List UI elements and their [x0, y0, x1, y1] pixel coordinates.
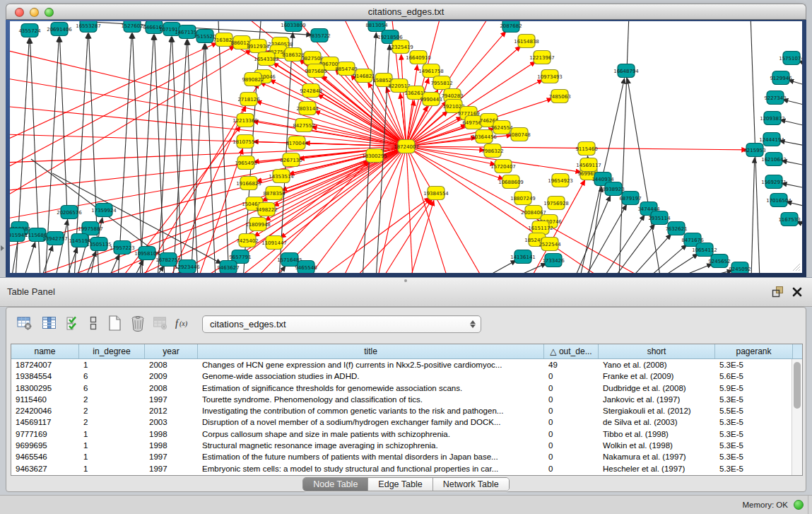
- cell-in_degree[interactable]: 1: [79, 451, 145, 462]
- graph-node[interactable]: 1167533: [778, 213, 800, 226]
- graph-node[interactable]: 8938923: [602, 182, 624, 196]
- graph-node[interactable]: 19384554: [423, 187, 449, 200]
- column-header-year[interactable]: year: [145, 344, 198, 358]
- resize-grip-icon[interactable]: [791, 262, 801, 271]
- table-row[interactable]: 1830029562008Estimation of significance …: [11, 382, 802, 394]
- graph-node[interactable]: 16648794: [613, 64, 639, 78]
- cell-year[interactable]: 2008: [145, 359, 198, 370]
- cell-name[interactable]: 9465546: [11, 451, 79, 462]
- cell-short[interactable]: Dudbridge et al. (2008): [599, 382, 715, 394]
- graph-node[interactable]: 6879197: [619, 192, 641, 205]
- graph-node[interactable]: 1733426: [542, 254, 565, 267]
- graph-node[interactable]: 9242848: [300, 84, 322, 98]
- graph-node[interactable]: 15720407: [490, 160, 516, 173]
- graph-node[interactable]: 12444194: [759, 133, 784, 146]
- graph-node[interactable]: 2935114: [648, 211, 671, 225]
- graph-node[interactable]: 12213967: [529, 51, 555, 64]
- tab-network-table[interactable]: Network Table: [433, 478, 509, 491]
- graph-node[interactable]: 2087682: [500, 21, 522, 33]
- graph-node[interactable]: 1527602: [121, 21, 143, 33]
- graph-node[interactable]: 3498222: [255, 203, 277, 216]
- column-header-out_de[interactable]: △ out_de...: [544, 344, 599, 358]
- cell-pagerank[interactable]: 5.3E-5: [715, 416, 793, 428]
- table-settings-icon[interactable]: [15, 313, 35, 333]
- graph-node[interactable]: 8170044: [286, 136, 308, 150]
- cell-in_degree[interactable]: 1: [79, 440, 145, 451]
- column-header-in_degree[interactable]: in_degree: [79, 344, 145, 358]
- table-selector-dropdown[interactable]: citations_edges.txt: [202, 315, 481, 333]
- cell-in_degree[interactable]: 2: [79, 394, 145, 405]
- graph-node[interactable]: 9990443: [420, 93, 442, 106]
- graph-node[interactable]: 2718126: [237, 93, 260, 106]
- graph-node[interactable]: 8267130: [280, 153, 302, 167]
- table-row[interactable]: 1938455462009Genome-wide association stu…: [11, 370, 802, 382]
- cell-in_degree[interactable]: 1: [79, 359, 145, 370]
- cell-year[interactable]: 1998: [145, 440, 198, 451]
- graph-node[interactable]: 9463627: [217, 261, 239, 274]
- graph-node[interactable]: 10688609: [498, 175, 524, 189]
- graph-node[interactable]: 19756928: [543, 197, 569, 210]
- cell-year[interactable]: 1998: [145, 428, 198, 440]
- cell-in_degree[interactable]: 2: [79, 416, 145, 428]
- graph-node[interactable]: 14353514: [269, 170, 294, 183]
- graph-node[interactable]: 12093872: [760, 112, 785, 125]
- splitter-handle[interactable]: [404, 279, 407, 282]
- cell-in_degree[interactable]: 1: [79, 463, 145, 474]
- cell-title[interactable]: Investigating the contribution of common…: [198, 405, 544, 416]
- row-options-icon[interactable]: [83, 313, 103, 333]
- cell-title[interactable]: Estimation of the future numbers of pati…: [198, 451, 544, 462]
- graph-node[interactable]: 15692971: [761, 175, 787, 189]
- table-row[interactable]: 977716911998Corpus callosum shape and si…: [11, 428, 802, 440]
- table-row[interactable]: 911546021997Tourette syndrome. Phenomeno…: [11, 394, 802, 405]
- cell-short[interactable]: Wolkin et al. (1998): [599, 440, 715, 451]
- close-icon[interactable]: [792, 287, 802, 297]
- cell-pagerank[interactable]: 5.3E-5: [715, 463, 793, 474]
- network-canvas[interactable]: 4355724206914061655328715276026466161107…: [10, 21, 802, 273]
- trash-icon[interactable]: [128, 313, 148, 333]
- column-header-short[interactable]: short: [599, 344, 715, 358]
- graph-node[interactable]: 2803144: [296, 102, 319, 115]
- graph-node[interactable]: 16640910: [406, 51, 431, 64]
- graph-node[interactable]: 8912934: [247, 40, 269, 53]
- cell-out_de[interactable]: 0: [544, 370, 599, 382]
- graph-node[interactable]: 16553287: [76, 21, 101, 33]
- cell-in_degree[interactable]: 1: [79, 428, 145, 440]
- graph-node[interactable]: 2522544: [539, 238, 561, 251]
- graph-node[interactable]: 18807249: [510, 192, 536, 205]
- graph-node[interactable]: 9465546: [295, 261, 317, 274]
- cell-pagerank[interactable]: 5.9E-5: [715, 382, 793, 394]
- cell-out_de[interactable]: 0: [544, 405, 599, 416]
- table-row[interactable]: 2242004622012Investigating the contribut…: [11, 405, 802, 416]
- cell-pagerank[interactable]: 5.6E-5: [715, 370, 793, 382]
- graph-node[interactable]: 7632621: [665, 222, 687, 235]
- tab-node-table[interactable]: Node Table: [303, 478, 368, 491]
- cell-year[interactable]: 2009: [145, 370, 198, 382]
- graph-node[interactable]: 8878354: [263, 187, 286, 200]
- cell-name[interactable]: 9777169: [11, 428, 79, 440]
- cell-out_de[interactable]: 0: [544, 416, 599, 428]
- cell-pagerank[interactable]: 5.3E-5: [715, 440, 793, 451]
- cell-in_degree[interactable]: 6: [79, 382, 145, 394]
- cell-short[interactable]: Tibbo et al. (1998): [599, 428, 715, 440]
- graph-node[interactable]: 8215953: [743, 144, 765, 157]
- graph-node[interactable]: 9875685: [305, 64, 326, 78]
- cell-year[interactable]: 2003: [145, 416, 198, 428]
- graph-node[interactable]: 14961758: [418, 64, 444, 78]
- graph-node[interactable]: 7485063: [548, 90, 570, 103]
- graph-node[interactable]: 7986322: [481, 144, 503, 158]
- graph-node[interactable]: 9890822: [242, 73, 264, 86]
- cell-name[interactable]: 22420046: [11, 405, 79, 416]
- graph-node[interactable]: 9227343: [764, 91, 786, 105]
- cell-short[interactable]: Stergiakouli et al. (2012): [599, 405, 715, 416]
- cell-short[interactable]: Hescheler et al. (1997): [599, 463, 715, 474]
- graph-node[interactable]: 7955812: [430, 76, 452, 90]
- graph-node[interactable]: 18107554: [233, 135, 258, 148]
- cell-title[interactable]: Corpus callosum shape and size in male p…: [198, 428, 544, 440]
- cell-in_degree[interactable]: 6: [79, 370, 145, 382]
- graph-node[interactable]: 9129946: [770, 71, 792, 85]
- cell-year[interactable]: 1997: [145, 451, 198, 462]
- cell-year[interactable]: 2008: [145, 382, 198, 394]
- graph-node[interactable]: 1965493: [235, 156, 257, 170]
- cell-out_de[interactable]: 0: [544, 394, 599, 405]
- cell-out_de[interactable]: 0: [544, 463, 599, 474]
